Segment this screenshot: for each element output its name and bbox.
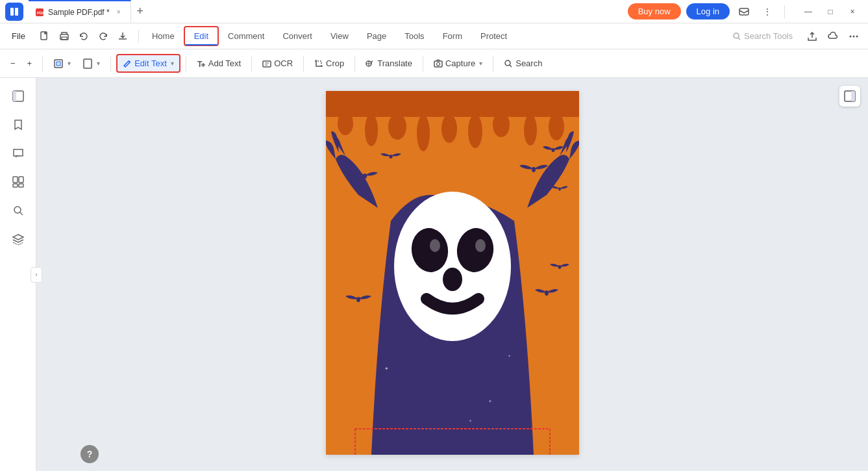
maximize-btn[interactable]: □ [820, 3, 841, 21]
tab-convert[interactable]: Convert [273, 27, 321, 45]
pdf-icon: PDF [35, 8, 44, 17]
zoom-out-btn[interactable]: − [5, 55, 21, 71]
svg-rect-20 [437, 60, 440, 61]
svg-point-38 [524, 114, 537, 146]
capture-btn[interactable]: Capture ▾ [428, 55, 488, 71]
minimize-btn[interactable]: — [798, 3, 819, 21]
svg-rect-23 [13, 91, 16, 101]
cloud-icon[interactable] [824, 27, 842, 45]
svg-rect-26 [13, 184, 18, 187]
svg-text:PDF: PDF [37, 11, 44, 15]
notification-icon[interactable] [735, 3, 753, 21]
svg-point-28 [14, 207, 21, 213]
main-layout: › [0, 78, 868, 471]
sidebar-bookmark-btn[interactable] [5, 112, 31, 138]
page-select-icon [82, 58, 93, 69]
bookmark-icon [12, 118, 25, 131]
panel-toggle-icon [844, 90, 856, 102]
add-text-btn[interactable]: T Add Text [192, 55, 246, 71]
svg-rect-1 [15, 8, 18, 16]
search-tools-icon [732, 32, 741, 41]
buy-now-button[interactable]: Buy now [628, 3, 681, 19]
svg-point-45 [356, 297, 360, 302]
svg-rect-7 [62, 37, 67, 40]
current-tab[interactable]: PDF Sample PDF.pdf * × [29, 0, 131, 23]
tab-tools[interactable]: Tools [395, 27, 433, 45]
search-btn[interactable]: Search [499, 55, 547, 71]
page-select-btn[interactable]: ▾ [77, 55, 105, 72]
right-panel-toggle[interactable] [839, 86, 860, 107]
redo-icon[interactable] [94, 27, 112, 45]
new-icon[interactable] [36, 27, 54, 45]
download-icon[interactable] [114, 27, 132, 45]
svg-rect-18 [434, 61, 442, 67]
svg-text:·: · [443, 413, 443, 416]
halloween-illustration: ✦ ✦ · ✦ · ✦ HaLLoWeeN [326, 91, 579, 455]
ocr-btn[interactable]: OCR [257, 55, 298, 71]
menu-tabs: Home Edit Comment Convert View Page Tool… [143, 26, 516, 46]
edit-text-btn[interactable]: Edit Text ▾ [116, 54, 180, 73]
tab-form[interactable]: Form [434, 27, 471, 45]
file-menu[interactable]: File [5, 29, 32, 44]
tab-page[interactable]: Page [358, 27, 395, 45]
tab-home[interactable]: Home [143, 27, 184, 45]
add-text-icon: T [197, 59, 206, 68]
menu-icon-group [36, 27, 132, 45]
sidebar-search-icon [12, 204, 25, 217]
svg-point-37 [493, 112, 510, 137]
edit-text-label: Edit Text [134, 58, 167, 68]
svg-text:✦: ✦ [384, 366, 389, 372]
help-button[interactable]: ? [81, 445, 99, 463]
search-icon [504, 59, 513, 68]
new-tab-btn[interactable]: + [131, 3, 149, 21]
share-icon[interactable] [803, 27, 821, 45]
svg-point-51 [430, 239, 440, 252]
edit-text-chevron: ▾ [171, 60, 174, 67]
svg-point-10 [853, 35, 855, 37]
svg-point-8 [734, 33, 739, 38]
tab-view[interactable]: View [321, 27, 358, 45]
svg-rect-0 [10, 8, 14, 16]
tab-close-btn[interactable]: × [114, 7, 124, 18]
tab-area: PDF Sample PDF.pdf * × + [29, 0, 628, 23]
content-area: ✦ ✦ · ✦ · ✦ HaLLoWeeN [36, 78, 868, 471]
sidebar-panel-btn[interactable] [5, 83, 31, 109]
search-tools-btn[interactable]: Search Tools [726, 29, 799, 44]
sidebar-collapse-btn[interactable]: › [31, 267, 42, 283]
edit-text-icon [123, 59, 132, 68]
translate-icon [366, 59, 375, 68]
svg-text:✦: ✦ [488, 399, 492, 403]
close-btn[interactable]: × [842, 3, 863, 21]
svg-point-31 [338, 112, 353, 135]
titlebar-actions: Buy now Log in ⋮ — □ × [628, 3, 863, 21]
tab-edit[interactable]: Edit [184, 26, 219, 46]
svg-point-42 [532, 167, 536, 172]
select-area-icon [53, 58, 64, 69]
sidebar-layers-btn[interactable] [5, 226, 31, 252]
undo-icon[interactable] [75, 27, 93, 45]
translate-btn[interactable]: Translate [360, 55, 417, 71]
zoom-in-btn[interactable]: + [22, 55, 38, 71]
svg-rect-25 [19, 177, 23, 183]
search-label: Search [515, 58, 542, 68]
svg-rect-13 [56, 62, 60, 66]
crop-btn[interactable]: Crop [309, 55, 349, 71]
ocr-label: OCR [274, 58, 293, 68]
sidebar-comment-btn[interactable] [5, 140, 31, 166]
tab-comment[interactable]: Comment [219, 27, 273, 45]
svg-point-21 [505, 60, 510, 66]
translate-label: Translate [377, 58, 412, 68]
select-area-btn[interactable]: ▾ [48, 55, 76, 72]
more-options-icon[interactable]: ⋮ [758, 3, 776, 21]
more-menu-icon[interactable] [845, 27, 863, 45]
login-button[interactable]: Log in [686, 3, 730, 19]
print-icon[interactable] [55, 27, 73, 45]
tab-protect[interactable]: Protect [471, 27, 516, 45]
svg-rect-24 [13, 177, 18, 183]
sidebar-search-btn[interactable] [5, 197, 31, 223]
sidebar-thumbnail-btn[interactable] [5, 169, 31, 195]
svg-point-34 [417, 115, 430, 151]
svg-point-33 [388, 114, 406, 140]
tab-title: Sample PDF.pdf * [48, 8, 110, 17]
crop-icon [314, 59, 323, 68]
